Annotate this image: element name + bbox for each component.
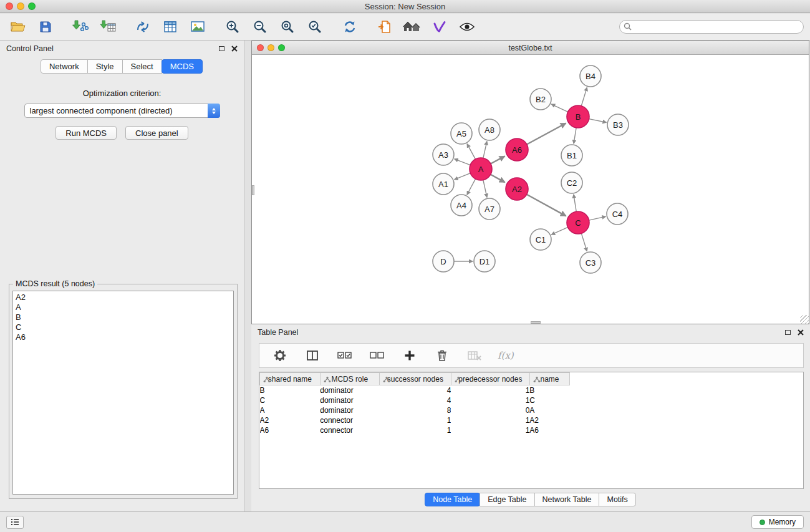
close-panel-button[interactable]: Close panel bbox=[125, 126, 188, 140]
network-edge-C-C2[interactable] bbox=[574, 195, 576, 211]
network-edge-A-A1[interactable] bbox=[455, 173, 471, 180]
import-network-icon[interactable] bbox=[71, 17, 90, 36]
network-edge-A2-C[interactable] bbox=[527, 195, 566, 216]
column-header-name[interactable]: name bbox=[529, 373, 569, 385]
network-node-C4[interactable]: C4 bbox=[607, 203, 628, 225]
zoom-fit-icon[interactable] bbox=[278, 17, 297, 36]
minimize-window-button[interactable] bbox=[17, 2, 24, 10]
network-minimize-button[interactable] bbox=[268, 44, 274, 51]
network-node-A7[interactable]: A7 bbox=[479, 198, 500, 220]
save-session-icon[interactable] bbox=[36, 17, 55, 36]
splitter-handle-left[interactable] bbox=[252, 185, 254, 195]
network-node-A6[interactable]: A6 bbox=[506, 138, 528, 161]
home-icon[interactable] bbox=[403, 17, 422, 36]
network-edge-C-C1[interactable] bbox=[551, 227, 567, 235]
new-network-icon[interactable] bbox=[133, 17, 152, 36]
network-close-button[interactable] bbox=[257, 44, 264, 51]
zoom-out-icon[interactable] bbox=[251, 17, 269, 36]
network-edge-B-B1[interactable] bbox=[574, 128, 576, 143]
mcds-result-list[interactable]: A2 A B C A6 bbox=[12, 291, 234, 495]
column-header-mcds-role[interactable]: MCDS role bbox=[320, 373, 379, 385]
open-session-icon[interactable] bbox=[9, 17, 27, 36]
network-edge-A-A5[interactable] bbox=[467, 144, 475, 159]
network-node-B3[interactable]: B3 bbox=[607, 114, 629, 135]
session-page-icon[interactable] bbox=[375, 17, 394, 36]
tab-network[interactable]: Network bbox=[41, 59, 88, 74]
close-table-panel-icon[interactable] bbox=[798, 329, 804, 336]
criterion-dropdown[interactable]: largest connected component (directed) bbox=[24, 104, 220, 118]
tab-style[interactable]: Style bbox=[87, 59, 123, 74]
network-edge-A-A7[interactable] bbox=[483, 180, 487, 198]
network-node-D[interactable]: D bbox=[433, 251, 454, 272]
run-mcds-button[interactable]: Run MCDS bbox=[55, 126, 117, 140]
network-edge-B-B4[interactable] bbox=[581, 87, 587, 106]
search-input[interactable] bbox=[619, 20, 804, 34]
network-node-C2[interactable]: C2 bbox=[561, 172, 582, 193]
add-column-icon[interactable] bbox=[400, 346, 419, 365]
network-edge-A-A6[interactable] bbox=[491, 156, 505, 163]
split-view-icon[interactable] bbox=[303, 346, 322, 365]
network-edge-B-B2[interactable] bbox=[551, 104, 567, 112]
network-node-B1[interactable]: B1 bbox=[561, 145, 582, 166]
task-history-button[interactable] bbox=[6, 516, 24, 529]
function-builder-button[interactable]: f(x) bbox=[498, 350, 514, 361]
table-row[interactable]: A6connector 11 A6 bbox=[260, 425, 804, 435]
network-node-A[interactable]: A bbox=[470, 158, 492, 180]
zoom-in-icon[interactable] bbox=[223, 17, 242, 36]
tab-network-table[interactable]: Network Table bbox=[534, 493, 600, 506]
zoom-window-button[interactable] bbox=[28, 2, 36, 10]
list-item[interactable]: A6 bbox=[16, 332, 231, 342]
network-edge-A6-B[interactable] bbox=[527, 123, 566, 144]
network-node-C[interactable]: C bbox=[567, 211, 589, 234]
new-table-icon[interactable] bbox=[161, 17, 180, 36]
float-panel-icon[interactable] bbox=[219, 46, 224, 51]
network-edge-A-A2[interactable] bbox=[491, 175, 505, 183]
tab-node-table[interactable]: Node Table bbox=[425, 493, 480, 506]
export-image-icon[interactable] bbox=[188, 17, 207, 36]
close-window-button[interactable] bbox=[6, 2, 13, 10]
import-table-icon[interactable] bbox=[99, 17, 117, 36]
network-edge-A-A3[interactable] bbox=[455, 159, 470, 165]
zoom-selected-icon[interactable] bbox=[306, 17, 324, 36]
select-all-columns-icon[interactable] bbox=[335, 346, 354, 365]
list-item[interactable]: A2 bbox=[16, 293, 231, 302]
memory-button[interactable]: Memory bbox=[751, 515, 804, 529]
network-edge-A-A8[interactable] bbox=[483, 142, 487, 158]
network-node-A8[interactable]: A8 bbox=[479, 119, 500, 140]
column-header-predecessor-nodes[interactable]: predecessor nodes bbox=[451, 373, 529, 385]
network-node-B[interactable]: B bbox=[567, 105, 589, 128]
network-node-A5[interactable]: A5 bbox=[451, 123, 472, 144]
network-node-C3[interactable]: C3 bbox=[580, 252, 601, 273]
table-settings-gear-icon[interactable] bbox=[271, 346, 289, 365]
network-zoom-button[interactable] bbox=[278, 44, 285, 51]
splitter-handle-bottom[interactable] bbox=[531, 321, 541, 324]
eye-icon[interactable] bbox=[458, 17, 476, 36]
network-canvas[interactable]: B4B2BB3A5A8A6A3B1AA1C2A2A4A7CC4C1C3DD1 bbox=[252, 56, 809, 324]
table-row[interactable]: Adominator 80 A bbox=[260, 405, 804, 415]
float-table-panel-icon[interactable] bbox=[785, 330, 791, 335]
list-item[interactable]: C bbox=[16, 322, 231, 332]
network-node-A1[interactable]: A1 bbox=[433, 173, 454, 195]
refresh-icon[interactable] bbox=[340, 17, 359, 36]
table-row[interactable]: Cdominator 41 C bbox=[260, 395, 804, 405]
network-node-A2[interactable]: A2 bbox=[506, 178, 528, 200]
list-item[interactable]: A bbox=[16, 302, 231, 312]
column-header-shared-name[interactable]: shared name bbox=[260, 373, 321, 385]
tab-mcds[interactable]: MCDS bbox=[162, 59, 203, 74]
delete-table-icon[interactable] bbox=[465, 346, 484, 365]
network-node-B2[interactable]: B2 bbox=[530, 89, 551, 110]
close-panel-icon[interactable] bbox=[231, 46, 238, 52]
list-item[interactable]: B bbox=[16, 312, 231, 322]
network-node-A4[interactable]: A4 bbox=[451, 195, 472, 216]
column-header-successor-nodes[interactable]: successor nodes bbox=[379, 373, 451, 385]
deselect-all-columns-icon[interactable] bbox=[368, 346, 387, 365]
network-edge-C-C4[interactable] bbox=[589, 216, 606, 220]
network-node-B4[interactable]: B4 bbox=[580, 65, 601, 87]
network-node-D1[interactable]: D1 bbox=[474, 251, 495, 272]
tab-edge-table[interactable]: Edge Table bbox=[480, 493, 534, 506]
network-edge-B-B3[interactable] bbox=[589, 119, 607, 123]
resize-grip-icon[interactable] bbox=[800, 315, 809, 324]
network-edge-A-A4[interactable] bbox=[467, 179, 476, 195]
delete-column-trash-icon[interactable] bbox=[433, 346, 451, 365]
tab-motifs[interactable]: Motifs bbox=[599, 493, 635, 506]
